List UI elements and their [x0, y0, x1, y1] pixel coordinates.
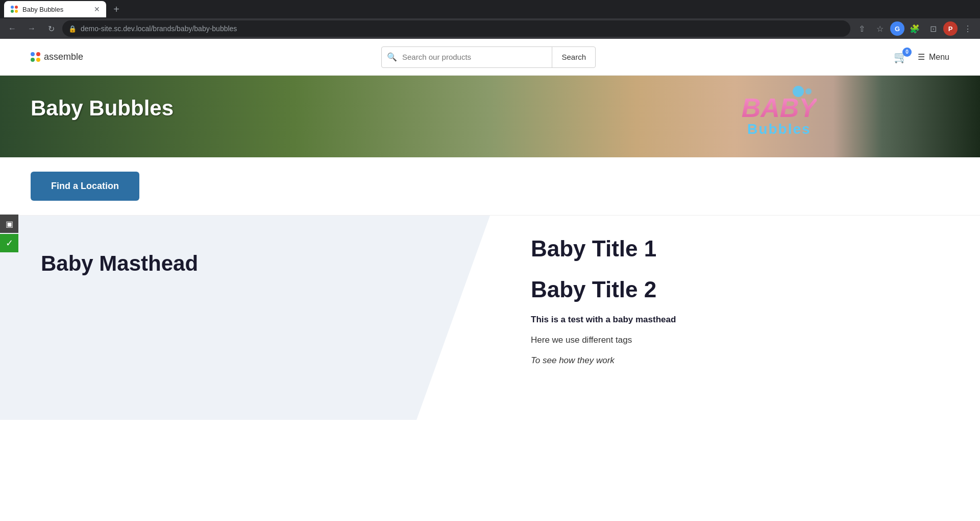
side-tools: ▣ ✓ — [0, 215, 18, 252]
baby-bubbles-logo: BABY Bubbles — [742, 86, 817, 137]
new-tab-button[interactable]: + — [108, 1, 125, 17]
split-button[interactable]: ⊡ — [925, 20, 941, 37]
logo-dot-blue — [31, 52, 35, 56]
svg-point-0 — [11, 6, 14, 9]
find-location-section: Find a Location — [0, 157, 980, 216]
svg-point-3 — [15, 10, 18, 13]
tab-title: Baby Bubbles — [22, 6, 90, 13]
profile-button[interactable]: P — [943, 21, 958, 36]
search-icon: 🔍 — [382, 52, 402, 62]
hero-content: Baby Bubbles — [0, 76, 980, 141]
share-button[interactable]: ⇧ — [853, 20, 870, 37]
address-text: demo-site.sc.dev.local/brands/baby/baby-… — [81, 25, 237, 33]
logo-dot-red — [36, 52, 40, 56]
left-panel: Baby Masthead — [0, 216, 490, 420]
check-icon: ✓ — [6, 238, 13, 249]
browser-toolbar: ← → ↻ 🔒 demo-site.sc.dev.local/brands/ba… — [0, 18, 980, 39]
browser-chrome: Baby Bubbles ✕ + ← → ↻ 🔒 demo-site.sc.de… — [0, 0, 980, 39]
main-content: Baby Masthead Baby Title 1 Baby Title 2 … — [0, 216, 980, 420]
bubble-small-icon — [805, 88, 812, 94]
toolbar-actions: ⇧ ☆ G 🧩 ⊡ P ⋮ — [853, 20, 976, 37]
cart-badge: 0 — [902, 48, 912, 57]
right-desc: Here we use different tags — [531, 335, 939, 345]
back-button[interactable]: ← — [4, 20, 20, 37]
search-bar[interactable]: 🔍 Search — [381, 46, 596, 68]
image-icon: ▣ — [6, 219, 13, 229]
site-header: assemble 🔍 Search 🛒 0 ☰ Menu — [0, 39, 980, 76]
menu-label: Menu — [929, 53, 949, 62]
logo-dot-green — [31, 58, 35, 62]
lock-icon: 🔒 — [68, 25, 77, 33]
logo-grid-icon — [31, 52, 41, 62]
forward-button[interactable]: → — [23, 20, 40, 37]
logo-baby-text: BABY — [742, 94, 817, 121]
grammarly-button[interactable]: G — [890, 21, 904, 36]
extensions-button[interactable]: 🧩 — [906, 20, 923, 37]
logo-dot-yellow — [36, 58, 40, 62]
search-button[interactable]: Search — [552, 47, 595, 67]
bubble-big-icon — [793, 86, 804, 97]
tab-favicon — [10, 5, 18, 13]
right-title-2: Baby Title 2 — [531, 277, 939, 302]
address-bar[interactable]: 🔒 demo-site.sc.dev.local/brands/baby/bab… — [62, 20, 850, 37]
header-right: 🛒 0 ☰ Menu — [894, 51, 949, 64]
left-panel-title: Baby Masthead — [41, 251, 449, 276]
logo-text: assemble — [44, 52, 83, 62]
side-tool-check-button[interactable]: ✓ — [0, 234, 18, 252]
find-location-button[interactable]: Find a Location — [31, 172, 139, 201]
right-desc-bold: This is a test with a baby masthead — [531, 315, 939, 325]
hero-brand-logo: BABY Bubbles — [742, 86, 817, 137]
hamburger-icon: ☰ — [918, 52, 925, 62]
website: assemble 🔍 Search 🛒 0 ☰ Menu Baby Bubble… — [0, 39, 980, 420]
browser-tabs: Baby Bubbles ✕ + — [0, 0, 980, 18]
tab-close-btn[interactable]: ✕ — [94, 5, 100, 13]
cart-button[interactable]: 🛒 0 — [894, 51, 908, 64]
site-logo: assemble — [31, 52, 83, 62]
svg-point-2 — [11, 10, 14, 13]
right-desc-italic: To see how they work — [531, 356, 939, 366]
menu-button[interactable]: ☰ Menu — [918, 52, 949, 62]
more-button[interactable]: ⋮ — [960, 20, 976, 37]
search-input[interactable] — [402, 53, 552, 61]
right-title-1: Baby Title 1 — [531, 236, 939, 262]
right-panel: Baby Title 1 Baby Title 2 This is a test… — [490, 216, 980, 420]
active-tab[interactable]: Baby Bubbles ✕ — [4, 1, 106, 17]
bookmark-button[interactable]: ☆ — [872, 20, 888, 37]
svg-point-1 — [15, 6, 18, 9]
hero-section: Baby Bubbles BABY Bubbles — [0, 76, 980, 157]
logo-bubbles-text: Bubbles — [742, 121, 817, 137]
side-tool-image-button[interactable]: ▣ — [0, 215, 18, 233]
refresh-button[interactable]: ↻ — [43, 20, 59, 37]
